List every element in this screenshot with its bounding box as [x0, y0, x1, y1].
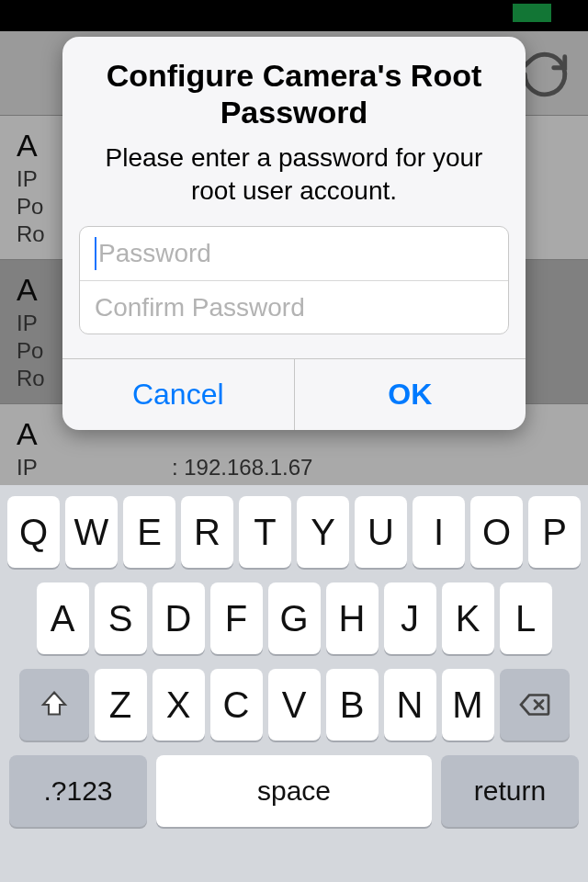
key-x[interactable]: X [153, 669, 205, 741]
key-p[interactable]: P [528, 496, 581, 568]
key-c[interactable]: C [210, 669, 263, 741]
confirm-password-input[interactable] [95, 293, 493, 322]
key-i[interactable]: I [413, 496, 465, 568]
password-field-wrap[interactable] [80, 227, 508, 280]
key-y[interactable]: Y [297, 496, 349, 568]
dialog-buttons: Cancel OK [62, 358, 526, 430]
text-caret [95, 237, 96, 270]
key-b[interactable]: B [326, 669, 379, 741]
keyboard-row-4: .?123 space return [6, 755, 582, 827]
key-v[interactable]: V [268, 669, 321, 741]
onscreen-keyboard: Q W E R T Y U I O P A S D F G H J K L Z … [0, 485, 588, 882]
keyboard-row-1: Q W E R T Y U I O P [6, 496, 582, 568]
dialog-message: Please enter a password for your root us… [62, 136, 526, 226]
password-input[interactable] [98, 239, 493, 268]
key-n[interactable]: N [384, 669, 436, 741]
confirm-field-wrap[interactable] [80, 280, 508, 334]
dialog-fields [79, 226, 509, 334]
key-k[interactable]: K [442, 582, 494, 654]
key-j[interactable]: J [384, 582, 436, 654]
key-h[interactable]: H [326, 582, 379, 654]
key-mode[interactable]: .?123 [9, 755, 147, 827]
key-shift[interactable] [19, 669, 89, 741]
key-g[interactable]: G [268, 582, 321, 654]
cancel-button[interactable]: Cancel [62, 359, 294, 430]
keyboard-row-2: A S D F G H J K L [6, 582, 582, 654]
key-w[interactable]: W [65, 496, 118, 568]
keyboard-row-3: Z X C V B N M [6, 669, 582, 741]
key-space[interactable]: space [156, 755, 432, 827]
ok-button[interactable]: OK [294, 359, 526, 430]
key-u[interactable]: U [355, 496, 407, 568]
key-l[interactable]: L [500, 582, 552, 654]
key-r[interactable]: R [181, 496, 233, 568]
key-d[interactable]: D [153, 582, 205, 654]
key-e[interactable]: E [123, 496, 175, 568]
key-backspace[interactable] [500, 669, 570, 741]
key-t[interactable]: T [239, 496, 291, 568]
key-return[interactable]: return [441, 755, 579, 827]
key-q[interactable]: Q [7, 496, 60, 568]
key-a[interactable]: A [37, 582, 89, 654]
key-o[interactable]: O [470, 496, 523, 568]
dialog-title: Configure Camera's Root Password [62, 37, 526, 136]
key-f[interactable]: F [210, 582, 263, 654]
key-z[interactable]: Z [95, 669, 147, 741]
key-s[interactable]: S [95, 582, 147, 654]
key-m[interactable]: M [442, 669, 494, 741]
password-dialog: Configure Camera's Root Password Please … [62, 37, 526, 430]
